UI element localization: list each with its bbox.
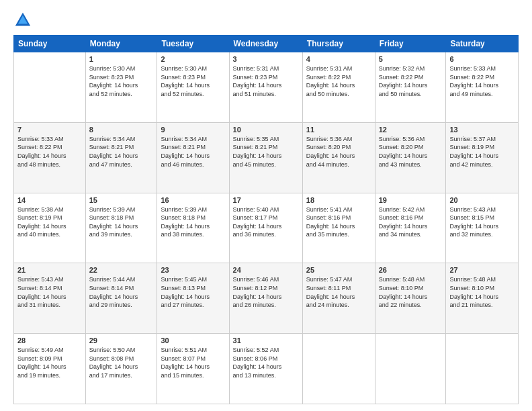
calendar-cell: 22Sunrise: 5:44 AM Sunset: 8:14 PM Dayli… <box>85 263 157 334</box>
day-number: 3 <box>233 55 299 63</box>
calendar-cell: 20Sunrise: 5:43 AM Sunset: 8:15 PM Dayli… <box>446 193 519 263</box>
calendar-cell: 25Sunrise: 5:47 AM Sunset: 8:11 PM Dayli… <box>302 263 375 334</box>
day-number: 20 <box>449 196 515 204</box>
calendar-cell: 26Sunrise: 5:48 AM Sunset: 8:10 PM Dayli… <box>375 263 446 334</box>
calendar-cell: 1Sunrise: 5:30 AM Sunset: 8:23 PM Daylig… <box>85 52 157 123</box>
cell-content: Sunrise: 5:38 AM Sunset: 8:19 PM Dayligh… <box>17 205 82 239</box>
calendar-week-5: 28Sunrise: 5:49 AM Sunset: 8:09 PM Dayli… <box>14 334 519 404</box>
cell-content: Sunrise: 5:30 AM Sunset: 8:23 PM Dayligh… <box>161 64 225 98</box>
calendar-cell: 11Sunrise: 5:36 AM Sunset: 8:20 PM Dayli… <box>302 122 375 193</box>
day-number: 4 <box>306 55 371 63</box>
day-number: 5 <box>379 55 443 63</box>
day-number: 28 <box>17 336 82 345</box>
calendar-table: SundayMondayTuesdayWednesdayThursdayFrid… <box>13 35 519 404</box>
day-number: 18 <box>306 196 371 204</box>
page: SundayMondayTuesdayWednesdayThursdayFrid… <box>0 0 532 411</box>
calendar-cell: 6Sunrise: 5:33 AM Sunset: 8:22 PM Daylig… <box>446 52 519 123</box>
calendar-cell: 9Sunrise: 5:34 AM Sunset: 8:21 PM Daylig… <box>157 122 229 193</box>
logo <box>13 11 36 30</box>
calendar-cell: 10Sunrise: 5:35 AM Sunset: 8:21 PM Dayli… <box>229 122 302 193</box>
weekday-header-saturday: Saturday <box>446 36 519 52</box>
day-number: 8 <box>89 126 154 134</box>
day-number: 7 <box>17 126 82 134</box>
calendar-week-4: 21Sunrise: 5:43 AM Sunset: 8:14 PM Dayli… <box>14 263 519 334</box>
cell-content: Sunrise: 5:45 AM Sunset: 8:13 PM Dayligh… <box>161 275 225 309</box>
cell-content: Sunrise: 5:31 AM Sunset: 8:22 PM Dayligh… <box>306 64 371 98</box>
cell-content: Sunrise: 5:35 AM Sunset: 8:21 PM Dayligh… <box>233 135 299 169</box>
cell-content: Sunrise: 5:34 AM Sunset: 8:21 PM Dayligh… <box>89 135 154 169</box>
calendar-cell: 16Sunrise: 5:39 AM Sunset: 8:18 PM Dayli… <box>157 193 229 263</box>
day-number: 9 <box>161 126 225 134</box>
day-number: 13 <box>449 126 515 134</box>
calendar-cell: 8Sunrise: 5:34 AM Sunset: 8:21 PM Daylig… <box>85 122 157 193</box>
cell-content: Sunrise: 5:48 AM Sunset: 8:10 PM Dayligh… <box>379 275 443 309</box>
calendar-cell <box>14 52 86 123</box>
calendar-week-3: 14Sunrise: 5:38 AM Sunset: 8:19 PM Dayli… <box>14 193 519 263</box>
cell-content: Sunrise: 5:52 AM Sunset: 8:06 PM Dayligh… <box>233 346 299 379</box>
day-number: 26 <box>379 266 443 274</box>
day-number: 16 <box>161 196 225 204</box>
day-number: 24 <box>233 266 299 274</box>
calendar-week-1: 1Sunrise: 5:30 AM Sunset: 8:23 PM Daylig… <box>14 52 519 123</box>
calendar-cell: 28Sunrise: 5:49 AM Sunset: 8:09 PM Dayli… <box>14 334 86 404</box>
calendar-body: 1Sunrise: 5:30 AM Sunset: 8:23 PM Daylig… <box>14 52 519 404</box>
calendar-cell: 5Sunrise: 5:32 AM Sunset: 8:22 PM Daylig… <box>375 52 446 123</box>
cell-content: Sunrise: 5:44 AM Sunset: 8:14 PM Dayligh… <box>89 275 154 309</box>
day-number: 11 <box>306 126 371 134</box>
day-number: 31 <box>233 336 299 345</box>
weekday-header-row: SundayMondayTuesdayWednesdayThursdayFrid… <box>14 36 519 52</box>
calendar-cell: 29Sunrise: 5:50 AM Sunset: 8:08 PM Dayli… <box>85 334 157 404</box>
calendar-cell: 27Sunrise: 5:48 AM Sunset: 8:10 PM Dayli… <box>446 263 519 334</box>
day-number: 2 <box>161 55 225 63</box>
logo-icon <box>13 11 32 30</box>
cell-content: Sunrise: 5:47 AM Sunset: 8:11 PM Dayligh… <box>306 275 371 309</box>
day-number: 17 <box>233 196 299 204</box>
calendar-cell: 23Sunrise: 5:45 AM Sunset: 8:13 PM Dayli… <box>157 263 229 334</box>
cell-content: Sunrise: 5:39 AM Sunset: 8:18 PM Dayligh… <box>89 205 154 239</box>
day-number: 21 <box>17 266 82 274</box>
cell-content: Sunrise: 5:37 AM Sunset: 8:19 PM Dayligh… <box>449 135 515 169</box>
calendar-cell: 7Sunrise: 5:33 AM Sunset: 8:22 PM Daylig… <box>14 122 86 193</box>
cell-content: Sunrise: 5:36 AM Sunset: 8:20 PM Dayligh… <box>379 135 443 169</box>
cell-content: Sunrise: 5:32 AM Sunset: 8:22 PM Dayligh… <box>379 64 443 98</box>
day-number: 23 <box>161 266 225 274</box>
weekday-header-sunday: Sunday <box>14 36 86 52</box>
calendar-cell: 2Sunrise: 5:30 AM Sunset: 8:23 PM Daylig… <box>157 52 229 123</box>
day-number: 14 <box>17 196 82 204</box>
cell-content: Sunrise: 5:43 AM Sunset: 8:14 PM Dayligh… <box>17 275 82 309</box>
day-number: 27 <box>449 266 515 274</box>
calendar-cell <box>375 334 446 404</box>
cell-content: Sunrise: 5:50 AM Sunset: 8:08 PM Dayligh… <box>89 346 154 379</box>
day-number: 30 <box>161 336 225 345</box>
weekday-header-tuesday: Tuesday <box>157 36 229 52</box>
cell-content: Sunrise: 5:46 AM Sunset: 8:12 PM Dayligh… <box>233 275 299 309</box>
cell-content: Sunrise: 5:40 AM Sunset: 8:17 PM Dayligh… <box>233 205 299 239</box>
weekday-header-friday: Friday <box>375 36 446 52</box>
cell-content: Sunrise: 5:43 AM Sunset: 8:15 PM Dayligh… <box>449 205 515 239</box>
cell-content: Sunrise: 5:48 AM Sunset: 8:10 PM Dayligh… <box>449 275 515 309</box>
calendar-cell: 3Sunrise: 5:31 AM Sunset: 8:23 PM Daylig… <box>229 52 302 123</box>
cell-content: Sunrise: 5:42 AM Sunset: 8:16 PM Dayligh… <box>379 205 443 239</box>
cell-content: Sunrise: 5:33 AM Sunset: 8:22 PM Dayligh… <box>17 135 82 169</box>
cell-content: Sunrise: 5:51 AM Sunset: 8:07 PM Dayligh… <box>161 346 225 379</box>
day-number: 15 <box>89 196 154 204</box>
calendar-cell: 14Sunrise: 5:38 AM Sunset: 8:19 PM Dayli… <box>14 193 86 263</box>
calendar-cell: 15Sunrise: 5:39 AM Sunset: 8:18 PM Dayli… <box>85 193 157 263</box>
day-number: 1 <box>89 55 154 63</box>
day-number: 29 <box>89 336 154 345</box>
calendar-cell: 24Sunrise: 5:46 AM Sunset: 8:12 PM Dayli… <box>229 263 302 334</box>
calendar-cell: 13Sunrise: 5:37 AM Sunset: 8:19 PM Dayli… <box>446 122 519 193</box>
cell-content: Sunrise: 5:36 AM Sunset: 8:20 PM Dayligh… <box>306 135 371 169</box>
day-number: 19 <box>379 196 443 204</box>
day-number: 6 <box>449 55 515 63</box>
calendar-cell: 4Sunrise: 5:31 AM Sunset: 8:22 PM Daylig… <box>302 52 375 123</box>
calendar-cell: 21Sunrise: 5:43 AM Sunset: 8:14 PM Dayli… <box>14 263 86 334</box>
day-number: 10 <box>233 126 299 134</box>
calendar-cell: 17Sunrise: 5:40 AM Sunset: 8:17 PM Dayli… <box>229 193 302 263</box>
cell-content: Sunrise: 5:49 AM Sunset: 8:09 PM Dayligh… <box>17 346 82 379</box>
calendar-cell: 31Sunrise: 5:52 AM Sunset: 8:06 PM Dayli… <box>229 334 302 404</box>
calendar-cell <box>302 334 375 404</box>
cell-content: Sunrise: 5:34 AM Sunset: 8:21 PM Dayligh… <box>161 135 225 169</box>
calendar-week-2: 7Sunrise: 5:33 AM Sunset: 8:22 PM Daylig… <box>14 122 519 193</box>
day-number: 22 <box>89 266 154 274</box>
